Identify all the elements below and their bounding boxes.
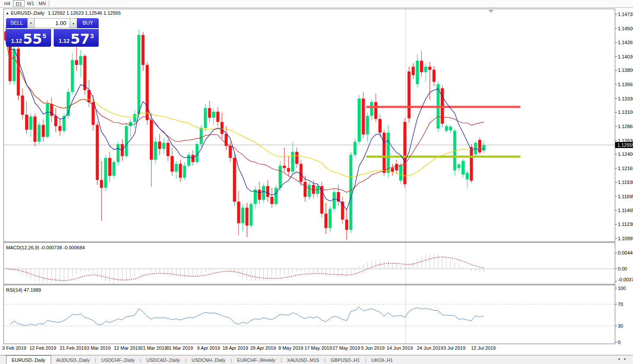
date-tick-label: 17 May 2019 xyxy=(304,345,332,351)
rsi-tick-label: 70 xyxy=(618,302,623,307)
price-tick-label: 1.12865 xyxy=(618,124,633,129)
date-tick-label: 3 Jul 2019 xyxy=(443,345,465,351)
tab-eurusd-daily[interactable]: EURUSD-,Daily xyxy=(6,355,51,364)
buy-price-prefix: 1.12 xyxy=(58,38,69,44)
date-tick-label: 3 Mar 2019 xyxy=(87,345,111,351)
sell-price-big: 55 xyxy=(23,32,42,45)
rsi-indicator-panel[interactable] xyxy=(3,285,615,344)
sell-quote-button[interactable]: 1.12 55 5 xyxy=(6,29,51,47)
scroll-to-end-icon[interactable] xyxy=(488,10,494,13)
tab-usdchf-daily[interactable]: USDCHF-,Daily xyxy=(96,356,140,364)
price-tick-label: 1.11930 xyxy=(618,180,633,185)
macd-tick-label: 0.00 xyxy=(618,266,627,271)
date-tick-label: 14 Jun 2019 xyxy=(387,345,413,351)
macd-tick-label: 0.004465 xyxy=(618,250,633,255)
chart-tabs: EURUSD-,DailyAUDUSD-,Daily|USDCHF-,Daily… xyxy=(0,356,398,363)
tab-xauusd-m15[interactable]: XAUUSD-,M15 xyxy=(282,356,324,364)
macd-label: MACD(12,26,9) -0.000738 -0.000684 xyxy=(6,245,85,250)
chart-title: ▲EURUSD-,Daily1.12592 1.12623 1.12546 1.… xyxy=(6,10,121,16)
timeframe-button-w1[interactable]: W1 xyxy=(25,0,37,7)
date-tick-label: 9 Apr 2019 xyxy=(197,345,220,351)
rsi-tick-label: 100 xyxy=(618,286,626,291)
tab-audusd-daily[interactable]: AUDUSD-,Daily xyxy=(51,356,95,364)
current-price-badge: 1.12555 xyxy=(615,142,633,148)
oneclick-panel-toggle-icon[interactable]: ▲ xyxy=(6,11,9,15)
timeframe-button-d1[interactable]: D1 xyxy=(13,0,25,7)
volume-increase-button[interactable]: ▲ xyxy=(70,18,77,28)
chart-tab-bar: EURUSD-,DailyAUDUSD-,Daily|USDCHF-,Daily… xyxy=(0,355,633,364)
price-tick-label: 1.11695 xyxy=(618,194,633,199)
date-tick-label: 12 Jul 2019 xyxy=(471,345,496,351)
tab-scroll-left-icon[interactable]: ◂ xyxy=(618,357,624,361)
price-tick-label: 1.14500 xyxy=(618,26,633,31)
timeframe-toolbar: H4D1W1MN xyxy=(0,0,633,8)
price-tick-label: 1.12400 xyxy=(618,151,633,157)
date-tick-label: 27 May 2019 xyxy=(333,345,360,351)
price-tick-label: 1.11465 xyxy=(618,208,633,213)
buy-quote-button[interactable]: 1.12 57 3 xyxy=(54,29,99,47)
date-tick-label: 18 Apr 2019 xyxy=(223,345,248,351)
price-tick-label: 1.13565 xyxy=(618,82,633,87)
price-tick-label: 1.11230 xyxy=(618,222,633,227)
price-tick-label: 1.14735 xyxy=(618,12,633,17)
buy-price-big: 57 xyxy=(71,32,90,45)
date-tick-label: 12 Feb 2019 xyxy=(29,345,56,351)
price-tick-label: 1.13100 xyxy=(618,110,633,115)
tab-scroll-arrows: ◂▸ xyxy=(618,357,630,361)
tab-ukoil-h1[interactable]: UKOil-,H1 xyxy=(366,356,398,364)
buy-button[interactable]: BUY xyxy=(77,18,99,28)
tab-eurchf-weekly[interactable]: EURCHF-,Weekly xyxy=(232,356,281,364)
volume-input[interactable] xyxy=(35,18,70,28)
trading-terminal-window: H4D1W1MN ▲EURUSD-,Daily1.12592 1.12623 1… xyxy=(0,0,633,364)
trade-controls-row: SELL ▼ ▲ BUY xyxy=(6,18,99,28)
macd-indicator-panel[interactable] xyxy=(3,242,615,284)
rsi-label: RSI(14) 47.1989 xyxy=(6,287,41,293)
rsi-tick-label: 0 xyxy=(618,340,620,345)
date-tick-label: 29 Apr 2019 xyxy=(250,345,276,351)
price-tick-label: 1.12165 xyxy=(618,166,633,171)
arrow-down-icon: ▼ xyxy=(29,22,32,25)
one-click-trading-panel: SELL ▼ ▲ BUY 1.12 55 5 1.12 57 3 xyxy=(6,18,99,47)
date-tick-label: 3 Feb 2019 xyxy=(2,345,26,351)
rsi-tick-label: 30 xyxy=(618,323,623,329)
date-tick-label: 24 Jun 2019 xyxy=(417,345,443,351)
symbol-period-label: EURUSD-,Daily xyxy=(11,10,45,16)
buy-price-pipette: 3 xyxy=(90,32,94,39)
sell-price-pipette: 5 xyxy=(42,32,46,39)
tab-usdcnh-daily[interactable]: USDCNH-,Daily xyxy=(186,356,230,364)
volume-decrease-button[interactable]: ▼ xyxy=(27,18,35,28)
price-tick-label: 1.14265 xyxy=(618,40,633,45)
date-tick-label: 8 May 2019 xyxy=(278,345,303,351)
tab-scroll-right-icon[interactable]: ▸ xyxy=(624,357,630,361)
timeframe-button-mn[interactable]: MN xyxy=(36,0,48,7)
tab-gbpusd-h1[interactable]: GBPUSD-,H1 xyxy=(326,356,365,364)
date-tick-label: 31 Mar 2019 xyxy=(166,345,193,351)
date-tick-label: 12 Mar 2019 xyxy=(114,345,141,351)
date-tick-label: 21 Mar 2019 xyxy=(140,345,167,351)
tab-usdcad-daily[interactable]: USDCAD-,Daily xyxy=(141,356,185,364)
date-tick-label: 5 Jun 2019 xyxy=(361,345,384,351)
price-tick-label: 1.13800 xyxy=(618,68,633,73)
date-tick-label: 21 Feb 2019 xyxy=(60,345,87,351)
price-tick-label: 1.10995 xyxy=(618,236,633,241)
macd-tick-label: -0.003715 xyxy=(618,277,633,282)
price-tick-label: 1.13330 xyxy=(618,96,633,101)
sell-button[interactable]: SELL xyxy=(6,18,27,28)
timeframe-button-h4[interactable]: H4 xyxy=(1,0,13,7)
arrow-up-icon: ▲ xyxy=(72,22,75,25)
toolbar-separator xyxy=(49,0,49,7)
price-tick-label: 1.14030 xyxy=(618,54,633,59)
ohlc-values: 1.12592 1.12623 1.12546 1.12555 xyxy=(48,10,121,16)
sell-price-prefix: 1.12 xyxy=(11,38,22,44)
